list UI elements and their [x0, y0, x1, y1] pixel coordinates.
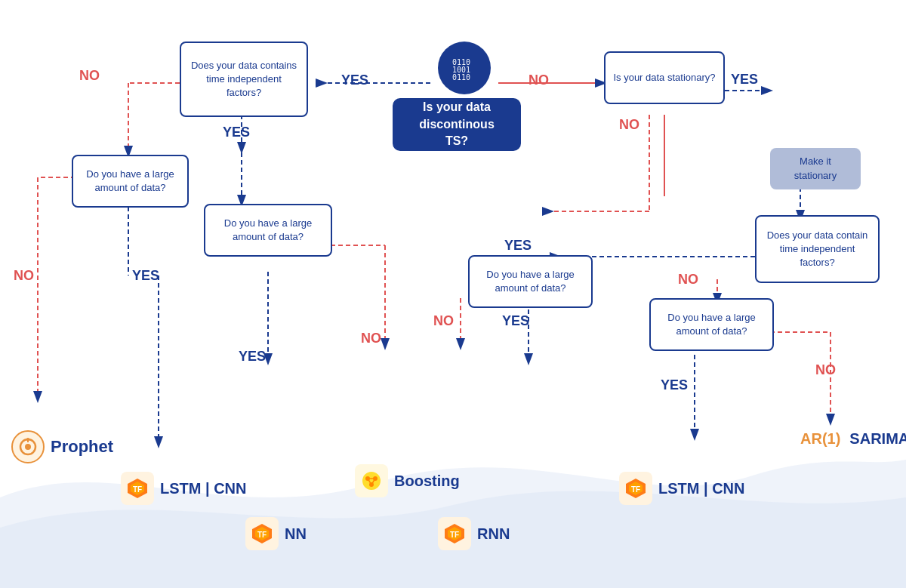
boosting-icon — [355, 464, 388, 497]
result-rnn: TF RNN — [438, 517, 510, 550]
data-icon: 0110 1001 0110 — [438, 42, 491, 94]
result-ar1-sarima: AR(1) SARIMA — [800, 430, 906, 448]
box-large-data-left: Do you have a large amount of data? — [72, 155, 189, 208]
label-yes-time-indep: YES — [223, 125, 250, 140]
result-prophet: Prophet — [11, 430, 113, 463]
sarima-label: SARIMA — [849, 430, 906, 448]
label-yes-large-data-mid: YES — [239, 349, 266, 365]
prophet-icon — [11, 430, 45, 463]
box-large-data-mid: Do you have a large amount of data? — [204, 204, 332, 257]
nn-label: NN — [285, 525, 307, 543]
result-lstm-cnn-right: TF LSTM | CNN — [619, 472, 744, 505]
main-question-box: Is your data discontinous TS? — [393, 98, 521, 151]
label-yes-stationary: YES — [731, 72, 758, 88]
tensorflow-icon-rnn: TF — [438, 517, 471, 550]
result-boosting: Boosting — [355, 464, 460, 497]
prophet-label: Prophet — [51, 437, 113, 457]
tensorflow-icon-nn: TF — [245, 517, 279, 550]
boosting-label: Boosting — [394, 473, 460, 490]
label-no-mid-right: NO — [361, 331, 381, 346]
box-large-data-right-top: Do you have a large amount of data? — [468, 255, 593, 308]
label-no-center-right: NO — [528, 72, 549, 88]
label-yes-large-data-right-bot: YES — [661, 377, 688, 393]
diagram-container: 0110 1001 0110 Is your data discontinous… — [0, 0, 906, 588]
result-nn: TF NN — [245, 517, 307, 550]
label-no-large-data-right-bot: NO — [815, 362, 836, 378]
label-no-stationary: NO — [619, 117, 639, 133]
rnn-label: RNN — [477, 525, 510, 543]
tensorflow-icon-right: TF — [619, 472, 652, 505]
box-time-independent-left: Does your data contains time independent… — [180, 42, 308, 117]
lstm-cnn-right-label: LSTM | CNN — [658, 480, 744, 497]
label-yes-center-left: YES — [341, 72, 368, 88]
svg-point-39 — [362, 472, 381, 490]
label-no-large-data-right-top: NO — [433, 313, 454, 329]
label-no-left-vertical: NO — [14, 268, 34, 284]
label-yes-large-data-left: YES — [132, 268, 159, 284]
lstm-cnn-left-label: LSTM | CNN — [160, 480, 246, 497]
box-make-stationary: Make it stationary — [770, 148, 861, 189]
label-no-time-indep-right: NO — [678, 272, 698, 288]
svg-text:TF: TF — [257, 531, 267, 539]
svg-text:TF: TF — [631, 485, 640, 494]
result-lstm-cnn-left: TF LSTM | CNN — [121, 472, 246, 505]
svg-text:TF: TF — [450, 531, 459, 539]
box-large-data-right-bot: Do you have a large amount of data? — [649, 298, 774, 351]
box-stationary: Is your data stationary? — [604, 51, 725, 104]
tensorflow-icon-left: TF — [121, 472, 154, 505]
label-no-upper-left: NO — [79, 68, 100, 84]
ar1-label: AR(1) — [800, 430, 840, 448]
svg-text:TF: TF — [133, 485, 142, 494]
svg-point-32 — [26, 438, 29, 441]
binary-icon: 0110 1001 0110 — [438, 42, 491, 94]
label-yes-large-data-right-top: YES — [502, 313, 529, 329]
svg-text:0110: 0110 — [452, 73, 470, 82]
box-time-independent-right: Does your data contain time independent … — [755, 215, 880, 283]
svg-point-30 — [25, 444, 31, 450]
label-yes-time-indep-right: YES — [504, 238, 532, 254]
